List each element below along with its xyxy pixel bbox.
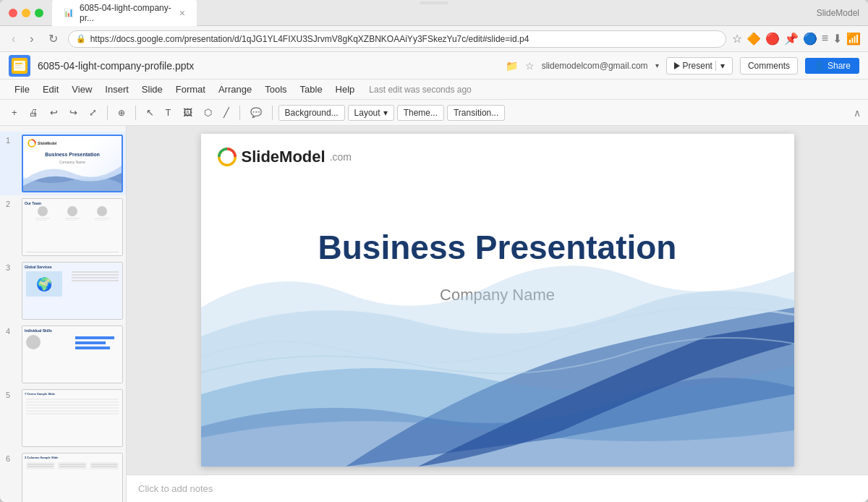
address-input[interactable] — [90, 34, 718, 44]
menu-slide[interactable]: Slide — [136, 82, 169, 97]
toolbar-separator-2 — [135, 106, 136, 120]
tab-favicon: 📊 — [64, 8, 74, 17]
slide-thumb-4[interactable]: Individual Skills — [22, 326, 123, 383]
main-content: 1 SlideModel Business Presentation — [0, 126, 868, 502]
shape-tool[interactable]: ⬡ — [200, 105, 216, 120]
slide-item-5[interactable]: 5 7 Citrine Sample Slide — [0, 386, 126, 450]
menu-tools[interactable]: Tools — [259, 82, 292, 97]
slide-thumb-3[interactable]: Global Services 🌍 — [22, 262, 123, 320]
slide-canvas-wrapper[interactable]: SlideModel.com Business Presentation Com… — [127, 126, 868, 475]
slides-icon — [12, 58, 27, 74]
slide-item-1[interactable]: 1 SlideModel Business Presentation — [0, 132, 126, 195]
zoom-button[interactable]: ⤢ — [85, 105, 101, 120]
slide-item-2[interactable]: 2 Our Team — [0, 195, 126, 259]
logo-text: SlideModel — [242, 148, 326, 166]
app: 6085-04-light-company-profile.pptx 📁 ☆ s… — [0, 52, 868, 502]
share-icon: 👤 — [814, 61, 825, 71]
notes-placeholder[interactable]: Click to add notes — [138, 483, 213, 494]
present-button[interactable]: Present ▾ — [666, 57, 733, 75]
maximize-button[interactable] — [35, 9, 43, 17]
image-tool[interactable]: 🖼 — [179, 105, 197, 120]
select-tool[interactable]: ↖ — [142, 105, 158, 120]
star-icon[interactable]: ☆ — [525, 60, 535, 72]
lock-icon: 🔒 — [76, 34, 86, 43]
browser-toolbar-icons: ☆ 🔶 🔴 📌 🔵 ≡ ⬇ 📶 — [732, 32, 861, 46]
menu-edit[interactable]: Edit — [37, 82, 64, 97]
wave-decoration — [201, 250, 794, 467]
svg-rect-4 — [15, 67, 22, 68]
add-button[interactable]: + — [7, 105, 22, 120]
menu-arrange[interactable]: Arrange — [213, 82, 258, 97]
forward-button[interactable]: › — [25, 31, 38, 47]
comments-button[interactable]: Comments — [740, 57, 798, 75]
undo-button[interactable]: ↩ — [46, 105, 62, 120]
back-button[interactable]: ‹ — [7, 31, 20, 47]
extension2-icon[interactable]: 🔴 — [765, 32, 780, 46]
user-email: slidemodelcom@gmail.com — [542, 61, 648, 71]
bookmark-icon[interactable]: ☆ — [732, 32, 742, 46]
extension5-icon[interactable]: ≡ — [822, 32, 828, 46]
play-icon — [674, 62, 680, 69]
slide-canvas: SlideModel.com Business Presentation Com… — [201, 134, 794, 467]
address-bar[interactable]: 🔒 — [68, 30, 726, 48]
tab-title: 6085-04-light-company-pr... — [80, 3, 174, 23]
minimize-button[interactable] — [22, 9, 30, 17]
thumb-wave — [23, 158, 122, 191]
tab-close-button[interactable]: × — [179, 7, 185, 19]
slidemodel-ring-logo — [217, 147, 237, 167]
app-title: 6085-04-light-company-profile.pptx — [38, 60, 498, 72]
print-button[interactable]: 🖨 — [25, 105, 43, 120]
slide-num-1: 1 — [6, 136, 16, 145]
zoom-level-button[interactable]: ⊕ — [114, 106, 129, 120]
close-button[interactable] — [9, 9, 17, 17]
layout-button[interactable]: Layout ▾ — [348, 105, 394, 121]
slide-item-3[interactable]: 3 Global Services 🌍 — [0, 259, 126, 323]
menu-table[interactable]: Table — [294, 82, 328, 97]
user-email-caret[interactable]: ▾ — [655, 61, 659, 69]
comment-tool[interactable]: 💬 — [246, 105, 266, 120]
slides-panel: 1 SlideModel Business Presentation — [0, 126, 127, 502]
wave-svg — [201, 250, 794, 467]
slide-item-6[interactable]: 6 3 Columns Sample Slide — [0, 450, 126, 502]
extension4-icon[interactable]: 🔵 — [803, 32, 817, 46]
text-tool[interactable]: T — [161, 105, 176, 120]
window-controls — [9, 9, 43, 17]
redo-button[interactable]: ↪ — [65, 105, 82, 120]
extension3-icon[interactable]: 📌 — [784, 32, 799, 46]
collapse-toolbar-button[interactable]: ∧ — [854, 107, 861, 119]
slide-thumb-5[interactable]: 7 Citrine Sample Slide — [22, 389, 123, 447]
extension1-icon[interactable]: 🔶 — [746, 32, 761, 46]
refresh-button[interactable]: ↻ — [44, 30, 62, 47]
line-tool[interactable]: ╱ — [219, 105, 234, 120]
slide-num-4: 4 — [6, 327, 16, 336]
menu-file[interactable]: File — [9, 82, 35, 97]
toolbar-separator-1 — [107, 106, 108, 120]
browser-tab[interactable]: 📊 6085-04-light-company-pr... × — [52, 0, 197, 27]
slide-item-4[interactable]: 4 Individual Skills — [0, 323, 126, 386]
menu-bar: File Edit View Insert Slide Format Arran… — [0, 80, 868, 100]
folder-icon[interactable]: 📁 — [506, 60, 518, 72]
present-dropdown-arrow[interactable]: ▾ — [715, 61, 725, 71]
slide-num-6: 6 — [6, 454, 16, 463]
menu-format[interactable]: Format — [170, 82, 211, 97]
menu-view[interactable]: View — [66, 82, 98, 97]
last-edit-status: Last edit was seconds ago — [369, 85, 471, 95]
menu-insert[interactable]: Insert — [99, 82, 135, 97]
browser-app-name: SlideModel — [817, 8, 859, 18]
slide-logo: SlideModel.com — [217, 147, 352, 167]
slide-thumb-6[interactable]: 3 Columns Sample Slide — [22, 453, 123, 502]
toolbar: + 🖨 ↩ ↪ ⤢ ⊕ ↖ T 🖼 ⬡ ╱ 💬 Background... La… — [0, 100, 868, 126]
transition-button[interactable]: Transition... — [447, 105, 505, 121]
share-label: Share — [827, 61, 851, 71]
slide-thumb-1[interactable]: SlideModel Business Presentation Company… — [22, 135, 123, 192]
slide-thumb-2[interactable]: Our Team — [22, 198, 123, 256]
svg-rect-2 — [15, 63, 22, 64]
svg-rect-3 — [15, 65, 21, 66]
theme-button[interactable]: Theme... — [397, 105, 444, 121]
background-button[interactable]: Background... — [278, 105, 345, 121]
menu-help[interactable]: Help — [330, 82, 361, 97]
toolbar-separator-3 — [239, 106, 240, 120]
extension7-icon[interactable]: 📶 — [846, 32, 861, 46]
extension6-icon[interactable]: ⬇ — [833, 32, 842, 46]
share-button[interactable]: 👤 Share — [805, 58, 859, 74]
